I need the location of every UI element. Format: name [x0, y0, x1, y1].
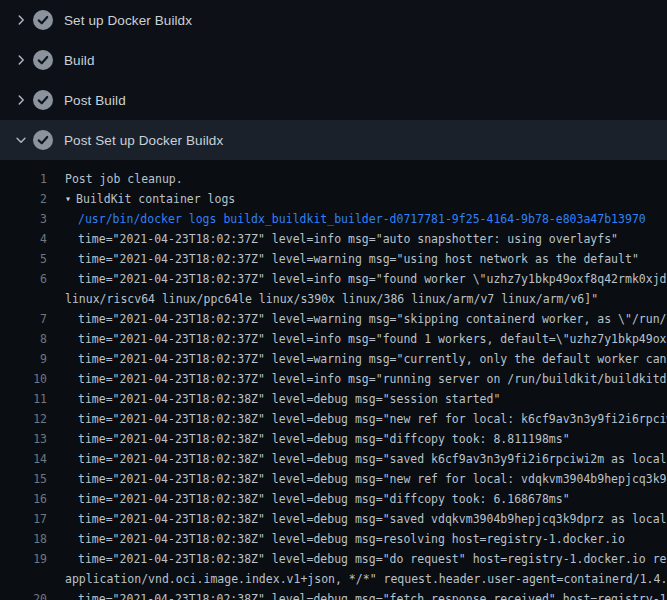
- line-number[interactable]: 2: [0, 189, 47, 209]
- line-number[interactable]: 12: [0, 409, 47, 429]
- log-line: 8time="2021-04-23T18:02:37Z" level=info …: [0, 329, 667, 349]
- log-line: 12time="2021-04-23T18:02:38Z" level=debu…: [0, 409, 667, 429]
- step-label: Post Build: [64, 93, 126, 108]
- log-text: time="2021-04-23T18:02:37Z" level=warnin…: [47, 309, 667, 329]
- log-line: 15time="2021-04-23T18:02:38Z" level=debu…: [0, 469, 667, 489]
- line-number[interactable]: 18: [0, 529, 47, 549]
- line-number[interactable]: 15: [0, 469, 47, 489]
- log-text: time="2021-04-23T18:02:38Z" level=debug …: [47, 449, 667, 469]
- line-number[interactable]: 13: [0, 429, 47, 449]
- log-text: time="2021-04-23T18:02:37Z" level=info m…: [47, 369, 667, 389]
- line-number[interactable]: 17: [0, 509, 47, 529]
- log-line: 5time="2021-04-23T18:02:37Z" level=warni…: [0, 249, 667, 269]
- log-text: BuildKit container logs: [71, 189, 235, 209]
- chevron-right-icon: [14, 93, 28, 107]
- check-circle-icon: [33, 90, 53, 110]
- check-circle-icon: [33, 10, 53, 30]
- chevron-right-icon: [14, 13, 28, 27]
- line-number-gutter: [0, 569, 47, 589]
- line-number[interactable]: 5: [0, 249, 47, 269]
- log-text: time="2021-04-23T18:02:38Z" level=debug …: [47, 469, 667, 489]
- log-line: linux/riscv64 linux/ppc64le linux/s390x …: [0, 289, 667, 309]
- log-line: 1Post job cleanup.: [0, 169, 667, 189]
- line-number[interactable]: 1: [0, 169, 47, 189]
- log-text: time="2021-04-23T18:02:37Z" level=info m…: [47, 269, 667, 289]
- command-text: /usr/bin/docker logs buildx_buildkit_bui…: [47, 209, 646, 229]
- line-number[interactable]: 6: [0, 269, 47, 289]
- check-circle-icon: [33, 130, 53, 150]
- log-line: 14time="2021-04-23T18:02:38Z" level=debu…: [0, 449, 667, 469]
- line-number[interactable]: 3: [0, 209, 47, 229]
- workflow-log-viewer: Set up Docker BuildxBuildPost BuildPost …: [0, 0, 667, 600]
- step-row-post-set-up-docker-buildx[interactable]: Post Set up Docker Buildx: [0, 120, 667, 160]
- log-text: time="2021-04-23T18:02:38Z" level=debug …: [47, 409, 667, 429]
- log-text: application/vnd.oci.image.index.v1+json,…: [47, 569, 667, 589]
- chevron-right-icon: [14, 53, 28, 67]
- log-line-command: 3/usr/bin/docker logs buildx_buildkit_bu…: [0, 209, 667, 229]
- line-number[interactable]: 10: [0, 369, 47, 389]
- log-text: time="2021-04-23T18:02:37Z" level=warnin…: [47, 249, 639, 269]
- log-text: time="2021-04-23T18:02:37Z" level=info m…: [47, 229, 618, 249]
- log-line: 4time="2021-04-23T18:02:37Z" level=info …: [0, 229, 667, 249]
- line-number[interactable]: 16: [0, 489, 47, 509]
- line-number[interactable]: 7: [0, 309, 47, 329]
- line-number[interactable]: 8: [0, 329, 47, 349]
- line-number[interactable]: 11: [0, 389, 47, 409]
- step-row-build[interactable]: Build: [0, 40, 667, 80]
- log-line: 11time="2021-04-23T18:02:38Z" level=debu…: [0, 389, 667, 409]
- check-circle-icon: [33, 50, 53, 70]
- line-number[interactable]: 20: [0, 589, 47, 600]
- log-text: time="2021-04-23T18:02:38Z" level=debug …: [47, 529, 625, 549]
- line-number-gutter: [0, 289, 47, 309]
- step-label: Set up Docker Buildx: [64, 13, 192, 28]
- log-line: 18time="2021-04-23T18:02:38Z" level=debu…: [0, 529, 667, 549]
- log-text: Post job cleanup.: [47, 169, 183, 189]
- step-label: Build: [64, 53, 95, 68]
- step-row-post-build[interactable]: Post Build: [0, 80, 667, 120]
- log-line: application/vnd.oci.image.index.v1+json,…: [0, 569, 667, 589]
- log-line: 6time="2021-04-23T18:02:37Z" level=info …: [0, 269, 667, 289]
- log-text: time="2021-04-23T18:02:37Z" level=warnin…: [47, 349, 667, 369]
- log-text: time="2021-04-23T18:02:38Z" level=debug …: [47, 429, 570, 449]
- line-number[interactable]: 14: [0, 449, 47, 469]
- log-line: 16time="2021-04-23T18:02:38Z" level=debu…: [0, 489, 667, 509]
- log-text: time="2021-04-23T18:02:38Z" level=debug …: [47, 509, 667, 529]
- log-panel: 1Post job cleanup.2▾BuildKit container l…: [0, 160, 667, 600]
- line-number[interactable]: 9: [0, 349, 47, 369]
- log-line: 7time="2021-04-23T18:02:37Z" level=warni…: [0, 309, 667, 329]
- log-text: linux/riscv64 linux/ppc64le linux/s390x …: [47, 289, 598, 309]
- log-line: 17time="2021-04-23T18:02:38Z" level=debu…: [0, 509, 667, 529]
- log-line: 19time="2021-04-23T18:02:38Z" level=debu…: [0, 549, 667, 569]
- log-text: time="2021-04-23T18:02:37Z" level=info m…: [47, 329, 667, 349]
- log-text: time="2021-04-23T18:02:38Z" level=debug …: [47, 489, 570, 509]
- collapse-triangle-icon[interactable]: ▾: [47, 189, 71, 209]
- line-number[interactable]: 19: [0, 549, 47, 569]
- step-label: Post Set up Docker Buildx: [64, 133, 223, 148]
- line-number[interactable]: 4: [0, 229, 47, 249]
- log-line: 10time="2021-04-23T18:02:37Z" level=info…: [0, 369, 667, 389]
- steps-list: Set up Docker BuildxBuildPost BuildPost …: [0, 0, 667, 160]
- log-text: time="2021-04-23T18:02:38Z" level=debug …: [47, 549, 667, 569]
- log-line: 9time="2021-04-23T18:02:37Z" level=warni…: [0, 349, 667, 369]
- chevron-down-icon: [14, 133, 28, 147]
- log-line: 2▾BuildKit container logs: [0, 189, 667, 209]
- log-line: 20time="2021-04-23T18:02:38Z" level=debu…: [0, 589, 667, 600]
- log-line: 13time="2021-04-23T18:02:38Z" level=debu…: [0, 429, 667, 449]
- log-text: time="2021-04-23T18:02:38Z" level=debug …: [47, 589, 667, 600]
- log-text: time="2021-04-23T18:02:38Z" level=debug …: [47, 389, 500, 409]
- step-row-set-up-docker-buildx[interactable]: Set up Docker Buildx: [0, 0, 667, 40]
